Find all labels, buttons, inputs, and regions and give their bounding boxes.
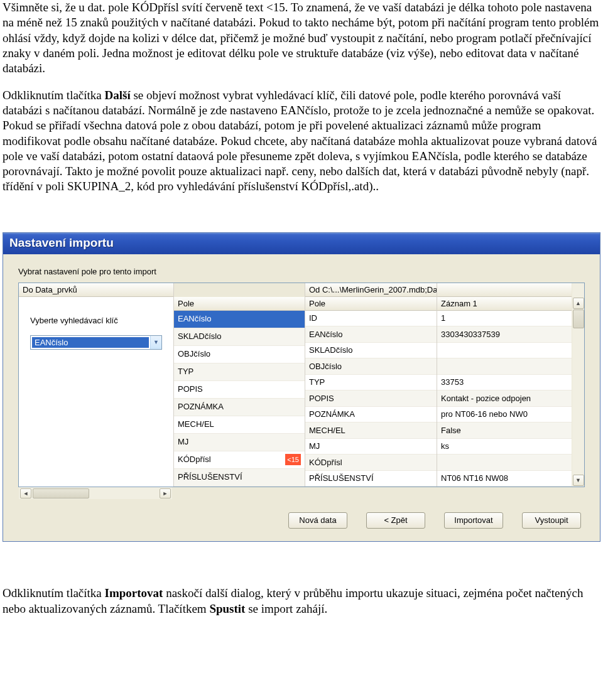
table-row[interactable]: TYP: [174, 363, 305, 381]
vertical-scrollbar[interactable]: ▲ ▼: [572, 283, 584, 487]
table-row[interactable]: [437, 455, 572, 471]
table-row[interactable]: POZNÁMKA: [305, 407, 437, 423]
cell-text: pro NT06-16 nebo NW0: [441, 407, 528, 423]
nova-data-button[interactable]: Nová data: [288, 512, 347, 529]
warn-badge: <15: [285, 454, 301, 465]
doc-paragraph-2: Odkliknutím tlačítka Další se objeví mož…: [3, 88, 600, 195]
cell-text: EANčíslo: [178, 311, 211, 328]
cell-text: EANčíslo: [309, 326, 342, 342]
cell-text: TYP: [309, 375, 325, 390]
dialog-subtitle: Vybrat nastavení pole pro tento import: [18, 267, 585, 276]
cell-text: POPIS: [178, 381, 203, 399]
p2-part-c: se objeví možnost vybrat vyhledávací klí…: [3, 89, 597, 193]
cell-text: ID: [309, 311, 317, 326]
table-row[interactable]: pro NT06-16 nebo NW0: [437, 407, 572, 423]
table-row[interactable]: OBJčíslo: [305, 358, 437, 375]
table-row[interactable]: SKLADčíslo: [305, 343, 437, 359]
table-row[interactable]: EANčíslo: [174, 311, 305, 328]
table-row[interactable]: MJ: [174, 434, 305, 451]
table-row[interactable]: 33753: [437, 375, 572, 391]
chevron-down-icon[interactable]: ▼: [150, 336, 161, 349]
table-row[interactable]: MECH/EL: [305, 423, 437, 439]
field-grid: Do Data_prvků Vyberte vyhledávací klíč E…: [18, 283, 585, 488]
table-row[interactable]: PŘÍSLUŠENSTVÍ: [305, 471, 437, 487]
search-key-label: Vyberte vyhledávací klíč: [30, 316, 166, 325]
cell-text: PŘÍSLUŠENSTVÍ: [178, 469, 242, 487]
table-row[interactable]: False: [437, 423, 572, 439]
scroll-down-icon[interactable]: ▼: [573, 475, 584, 486]
header-pole-mid[interactable]: Pole: [174, 297, 305, 311]
cell-text: MJ: [309, 439, 320, 455]
cell-text: POZNÁMKA: [178, 399, 224, 416]
header-zaznam[interactable]: Záznam 1: [437, 297, 572, 311]
scroll-up-icon[interactable]: ▲: [573, 298, 584, 309]
cell-text: OBJčíslo: [178, 346, 210, 363]
hscroll-track[interactable]: [33, 488, 158, 498]
cell-text: KÓDpřísl: [178, 451, 211, 469]
zpet-button[interactable]: < Zpět: [366, 512, 425, 529]
cell-text: SKLADčíslo: [309, 343, 352, 358]
table-row[interactable]: [437, 343, 572, 359]
left-body: Vyberte vyhledávací klíč EANčíslo ▼: [19, 297, 173, 487]
cell-text: MECH/EL: [309, 423, 345, 438]
cell-text: 3303430337539: [441, 326, 500, 342]
table-row[interactable]: POZNÁMKA: [174, 399, 305, 416]
search-key-dropdown[interactable]: EANčíslo ▼: [30, 335, 162, 350]
importovat-button[interactable]: Importovat: [444, 512, 503, 529]
table-row[interactable]: NT06 NT16 NW08: [437, 471, 572, 487]
cell-text: ks: [441, 439, 449, 455]
button-bar: Nová data < Zpět Importovat Vystoupit: [18, 500, 585, 531]
table-row[interactable]: Kontakt - pozice odpojen: [437, 390, 572, 407]
p3-bold-importovat: Importovat: [105, 586, 163, 600]
hscroll-thumb[interactable]: [33, 488, 89, 498]
mid-column: Pole EANčísloSKLADčísloOBJčísloTYPPOPISP…: [173, 283, 305, 487]
dialog-window: Nastavení importu Vybrat nastavení pole …: [3, 232, 600, 542]
table-row[interactable]: ks: [437, 439, 572, 455]
table-row[interactable]: POPIS: [305, 390, 437, 407]
table-row[interactable]: OBJčíslo: [174, 346, 305, 363]
cell-text: KÓDpřísl: [309, 455, 342, 470]
table-row[interactable]: ID: [305, 311, 437, 327]
dropdown-selected: EANčíslo: [32, 337, 149, 348]
cell-text: PŘÍSLUŠENSTVÍ: [309, 471, 374, 487]
scroll-right-icon[interactable]: ►: [160, 488, 171, 498]
vystoupit-button[interactable]: Vystoupit: [522, 512, 581, 529]
cell-text: 33753: [441, 375, 464, 390]
p3-part-e: se import zahájí.: [245, 602, 327, 615]
p2-part-a: Odkliknutím tlačítka: [3, 89, 105, 102]
table-row[interactable]: PŘÍSLUŠENSTVÍ: [174, 469, 305, 487]
r1-rows: IDEANčísloSKLADčísloOBJčísloTYPPOPISPOZN…: [305, 311, 437, 487]
header-blank-mid: [174, 283, 305, 297]
header-right-cont: [437, 283, 572, 297]
table-row[interactable]: EANčíslo: [305, 326, 437, 343]
scroll-left-icon[interactable]: ◄: [20, 488, 31, 498]
p3-part-a: Odkliknutím tlačítka: [3, 586, 105, 600]
table-row[interactable]: 3303430337539: [437, 326, 572, 343]
scroll-thumb[interactable]: [573, 310, 584, 328]
right-col-2: Záznam 1 1330343033753933753Kontakt - po…: [437, 283, 572, 487]
p2-bold-dalsi: Další: [105, 89, 131, 102]
doc-paragraph-3: Odkliknutím tlačítka Importovat naskočí …: [3, 586, 600, 617]
horizontal-scrollbar[interactable]: ◄ ►: [18, 487, 173, 500]
table-row[interactable]: KÓDpřísl<15: [174, 451, 305, 469]
table-row[interactable]: MECH/EL: [174, 416, 305, 434]
header-left: Do Data_prvků: [19, 283, 173, 297]
p3-bold-spustit: Spustit: [209, 602, 245, 615]
cell-text: False: [441, 423, 461, 438]
table-row[interactable]: POPIS: [174, 381, 305, 399]
table-row[interactable]: TYP: [305, 375, 437, 391]
header-pole-r1[interactable]: Pole: [305, 297, 437, 311]
header-right: Od C:\...\MerlinGerin_2007.mdb;Data_prvk…: [305, 283, 437, 297]
dialog-title: Nastavení importu: [3, 233, 600, 254]
r2-rows: 1330343033753933753Kontakt - pozice odpo…: [437, 311, 572, 487]
cell-text: Kontakt - pozice odpojen: [441, 390, 531, 406]
table-row[interactable]: SKLADčíslo: [174, 328, 305, 346]
cell-text: TYP: [178, 363, 193, 381]
table-row[interactable]: 1: [437, 311, 572, 327]
right-col-1: Od C:\...\MerlinGerin_2007.mdb;Data_prvk…: [305, 283, 437, 487]
table-row[interactable]: KÓDpřísl: [305, 455, 437, 471]
table-row[interactable]: MJ: [305, 439, 437, 455]
table-row[interactable]: [437, 358, 572, 375]
mid-rows: EANčísloSKLADčísloOBJčísloTYPPOPISPOZNÁM…: [174, 311, 305, 487]
cell-text: SKLADčíslo: [178, 328, 221, 346]
